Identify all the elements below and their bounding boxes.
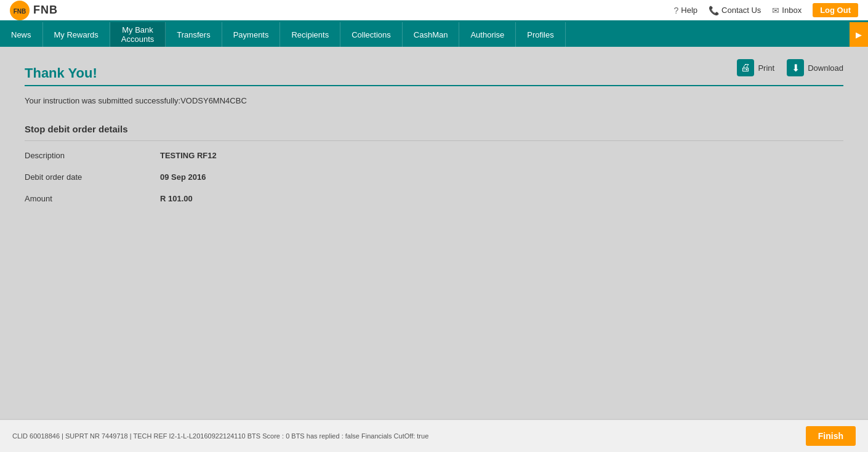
- help-link[interactable]: ? Help: [674, 6, 698, 15]
- main-content: Thank You! 🖨 Print ⬇ Download Your instr…: [0, 47, 868, 404]
- title-divider: [25, 85, 843, 86]
- detail-row-date: Debit order date 09 Sep 2016: [25, 172, 843, 182]
- print-icon: 🖨: [737, 59, 754, 76]
- chevron-right-icon: ▶: [856, 30, 862, 39]
- detail-row-description: Description TESTING RF12: [25, 151, 843, 160]
- print-button[interactable]: 🖨 Print: [737, 59, 774, 76]
- main-nav: News My Rewards My BankAccounts Transfer…: [0, 22, 868, 47]
- logout-button[interactable]: Log Out: [813, 3, 858, 17]
- nav-label-transfers: Transfers: [177, 30, 210, 39]
- nav-item-payments[interactable]: Payments: [222, 22, 281, 47]
- print-label: Print: [758, 63, 774, 73]
- detail-value-description: TESTING RF12: [160, 151, 217, 160]
- nav-label-rewards: My Rewards: [54, 30, 98, 39]
- phone-icon: 📞: [709, 6, 719, 15]
- logo-area: FNB FNB: [10, 1, 58, 20]
- nav-label-cashman: CashMan: [414, 30, 448, 39]
- nav-item-collections[interactable]: Collections: [340, 22, 403, 47]
- success-message: Your instruction was submitted successfu…: [25, 96, 843, 105]
- download-label: Download: [808, 63, 843, 73]
- detail-label-description: Description: [25, 151, 160, 160]
- nav-arrow-button[interactable]: ▶: [850, 22, 868, 47]
- nav-label-news: News: [11, 30, 31, 39]
- footer: CLID 60018846 | SUPRT NR 7449718 | TECH …: [0, 419, 868, 452]
- header: FNB FNB ? Help 📞 Contact Us ✉ Inbox Log …: [0, 0, 868, 22]
- fnb-logo: FNB: [10, 1, 30, 20]
- help-label: Help: [681, 6, 697, 15]
- detail-label-amount: Amount: [25, 194, 160, 203]
- contact-link[interactable]: 📞 Contact Us: [709, 6, 761, 15]
- nav-item-rewards[interactable]: My Rewards: [43, 22, 110, 47]
- header-right: ? Help 📞 Contact Us ✉ Inbox Log Out: [674, 3, 859, 17]
- inbox-icon: ✉: [772, 6, 779, 15]
- inbox-link[interactable]: ✉ Inbox: [772, 6, 802, 15]
- inbox-label: Inbox: [782, 6, 802, 15]
- action-buttons: 🖨 Print ⬇ Download: [737, 59, 843, 76]
- nav-label-payments: Payments: [233, 30, 269, 39]
- help-icon: ?: [674, 6, 679, 15]
- detail-value-amount: R 101.00: [160, 194, 193, 203]
- nav-item-news[interactable]: News: [0, 22, 43, 47]
- nav-item-authorise[interactable]: Authorise: [459, 22, 516, 47]
- download-icon: ⬇: [787, 59, 804, 76]
- nav-label-bank-accounts: My BankAccounts: [121, 25, 154, 44]
- nav-item-transfers[interactable]: Transfers: [166, 22, 222, 47]
- nav-item-profiles[interactable]: Profiles: [516, 22, 565, 47]
- nav-item-recipients[interactable]: Recipients: [280, 22, 340, 47]
- detail-value-date: 09 Sep 2016: [160, 172, 206, 182]
- nav-label-collections: Collections: [352, 30, 391, 39]
- tech-info: CLID 60018846 | SUPRT NR 7449718 | TECH …: [12, 432, 428, 440]
- nav-label-recipients: Recipients: [291, 30, 329, 39]
- contact-label: Contact Us: [721, 6, 761, 15]
- download-button[interactable]: ⬇ Download: [787, 59, 843, 76]
- section-title: Stop debit order details: [25, 118, 843, 134]
- nav-item-cashman[interactable]: CashMan: [403, 22, 460, 47]
- svg-text:FNB: FNB: [14, 8, 26, 15]
- brand-name: FNB: [33, 4, 58, 17]
- details-divider: [25, 140, 843, 141]
- nav-label-profiles: Profiles: [527, 30, 553, 39]
- finish-button[interactable]: Finish: [806, 426, 856, 446]
- page-title: Thank You!: [25, 65, 97, 81]
- nav-label-authorise: Authorise: [470, 30, 504, 39]
- detail-label-date: Debit order date: [25, 172, 160, 182]
- detail-row-amount: Amount R 101.00: [25, 194, 843, 203]
- nav-item-bank-accounts[interactable]: My BankAccounts: [110, 22, 166, 47]
